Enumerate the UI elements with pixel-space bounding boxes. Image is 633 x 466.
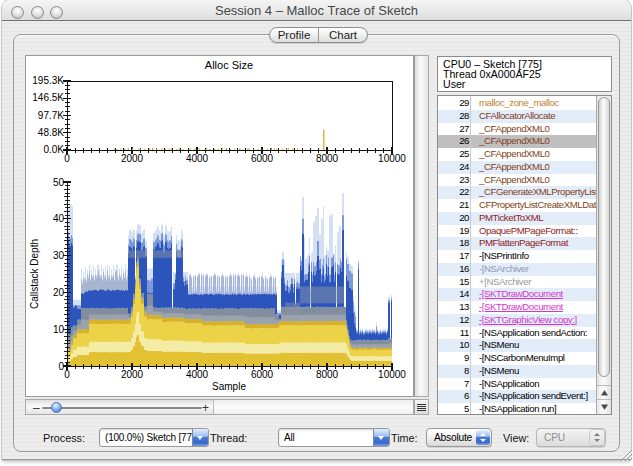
svg-text:146.5K: 146.5K: [32, 92, 64, 103]
svg-text:4000: 4000: [186, 369, 209, 380]
svg-text:2000: 2000: [121, 369, 144, 380]
svg-text:6000: 6000: [251, 153, 274, 164]
svg-text:10000: 10000: [378, 153, 406, 164]
svg-text:40: 40: [53, 213, 65, 224]
svg-text:50: 50: [53, 177, 65, 188]
svg-text:Callstack Depth: Callstack Depth: [29, 239, 40, 309]
svg-text:4000: 4000: [186, 153, 209, 164]
svg-text:10: 10: [53, 324, 65, 335]
svg-text:30: 30: [53, 250, 65, 261]
svg-text:48.8K: 48.8K: [38, 127, 64, 138]
svg-text:20: 20: [53, 287, 65, 298]
svg-text:0: 0: [64, 369, 70, 380]
svg-text:Alloc Size: Alloc Size: [205, 59, 253, 71]
svg-text:2000: 2000: [121, 153, 144, 164]
svg-text:0: 0: [64, 153, 70, 164]
svg-text:8000: 8000: [316, 153, 339, 164]
svg-text:0.0K: 0.0K: [43, 144, 64, 155]
svg-text:6000: 6000: [251, 369, 274, 380]
svg-text:10000: 10000: [378, 369, 406, 380]
svg-text:97.7K: 97.7K: [38, 110, 64, 121]
svg-text:195.3K: 195.3K: [32, 75, 64, 86]
svg-text:Sample: Sample: [212, 381, 246, 392]
svg-text:8000: 8000: [316, 369, 339, 380]
